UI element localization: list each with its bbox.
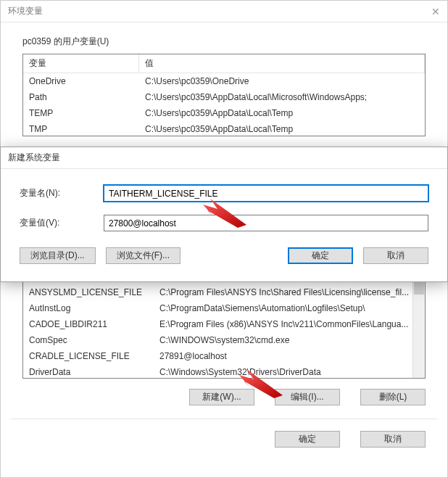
back-titlebar: 环境变量 ✕: [1, 1, 447, 22]
table-header: 变量 值: [23, 54, 425, 73]
table-row[interactable]: ComSpec C:\WINDOWS\system32\cmd.exe: [23, 332, 425, 348]
cancel-button[interactable]: 取消: [363, 247, 428, 264]
table-row[interactable]: TMP C:\Users\pc0359\AppData\Local\Temp: [23, 121, 425, 136]
var-name: ANSYSLMD_LICENSE_FILE: [23, 286, 154, 299]
cancel-button[interactable]: 取消: [360, 431, 426, 448]
var-value: C:\Users\pc0359\AppData\Local\Microsoft\…: [139, 91, 425, 104]
new-sysvar-dialog: 新建系统变量 变量名(N): 变量值(V): 浏览目录(D)... 浏览文件(F…: [0, 147, 448, 282]
variable-value-input[interactable]: [104, 215, 428, 231]
table-row[interactable]: TEMP C:\Users\pc0359\AppData\Local\Temp: [23, 105, 425, 121]
var-name: OneDrive: [23, 75, 139, 88]
table-row[interactable]: DriverData C:\Windows\System32\Drivers\D…: [23, 364, 425, 379]
front-window-title: 新建系统变量: [8, 152, 440, 164]
var-value: 27891@localhost: [154, 350, 425, 363]
user-vars-label: pc0359 的用户变量(U): [22, 36, 426, 48]
front-titlebar: 新建系统变量: [1, 147, 447, 169]
system-vars-section: ANSYSLIC_DIR C:\Program Files\ANSYS Inc\…: [1, 268, 447, 379]
table-row[interactable]: OneDrive C:\Users\pc0359\OneDrive: [23, 73, 425, 89]
var-value: C:\Users\pc0359\OneDrive: [139, 75, 425, 88]
var-value: E:\Program Files (x86)\ANSYS Inc\v211\Co…: [154, 318, 425, 331]
name-label: 变量名(N):: [20, 187, 104, 199]
col-variable[interactable]: 变量: [23, 54, 139, 73]
back-window-title: 环境变量: [8, 5, 431, 17]
var-value: C:\Program Files\ANSYS Inc\Shared Files\…: [154, 286, 425, 299]
value-label: 变量值(V):: [20, 217, 104, 229]
var-name: AutInstLog: [23, 302, 154, 315]
var-name: DriverData: [23, 366, 154, 379]
system-vars-buttons: 新建(W)... 编辑(I)... 删除(L): [1, 379, 447, 410]
ok-button[interactable]: 确定: [288, 247, 353, 264]
system-vars-table[interactable]: ANSYSLIC_DIR C:\Program Files\ANSYS Inc\…: [22, 268, 426, 379]
table-row[interactable]: CADOE_LIBDIR211 E:\Program Files (x86)\A…: [23, 316, 425, 332]
ok-button[interactable]: 确定: [275, 431, 340, 448]
delete-button[interactable]: 删除(L): [360, 389, 426, 405]
dialog-buttons: 确定 取消: [1, 419, 447, 448]
scrollbar[interactable]: [412, 268, 425, 378]
var-value: C:\Users\pc0359\AppData\Local\Temp: [139, 123, 425, 136]
user-vars-table[interactable]: 变量 值 OneDrive C:\Users\pc0359\OneDrive P…: [22, 54, 426, 136]
var-name: Path: [23, 91, 139, 104]
table-row[interactable]: CRADLE_LICENSE_FILE 27891@localhost: [23, 348, 425, 364]
var-value: C:\WINDOWS\system32\cmd.exe: [154, 334, 425, 347]
browse-file-button[interactable]: 浏览文件(F)...: [106, 247, 181, 264]
new-button[interactable]: 新建(W)...: [189, 389, 254, 405]
var-value: C:\Windows\System32\Drivers\DriverData: [154, 366, 425, 379]
var-value: C:\ProgramData\Siemens\Automation\Logfil…: [154, 302, 425, 315]
table-row[interactable]: ANSYSLMD_LICENSE_FILE C:\Program Files\A…: [23, 284, 425, 300]
table-row[interactable]: AutInstLog C:\ProgramData\Siemens\Automa…: [23, 300, 425, 316]
var-name: ComSpec: [23, 334, 154, 347]
var-value: C:\Users\pc0359\AppData\Local\Temp: [139, 107, 425, 120]
user-vars-section: pc0359 的用户变量(U) 变量 值 OneDrive C:\Users\p…: [1, 22, 447, 147]
variable-name-input[interactable]: [104, 185, 428, 202]
var-name: TMP: [23, 123, 139, 136]
close-icon[interactable]: ✕: [431, 6, 440, 17]
var-name: CRADLE_LICENSE_FILE: [23, 350, 154, 363]
front-buttons-row: 浏览目录(D)... 浏览文件(F)... 确定 取消: [20, 244, 428, 274]
var-name: TEMP: [23, 107, 139, 120]
browse-dir-button[interactable]: 浏览目录(D)...: [20, 247, 96, 264]
table-row[interactable]: Path C:\Users\pc0359\AppData\Local\Micro…: [23, 89, 425, 105]
name-row: 变量名(N):: [20, 185, 428, 202]
edit-button[interactable]: 编辑(I)...: [275, 389, 340, 405]
value-row: 变量值(V):: [20, 215, 428, 231]
col-value[interactable]: 值: [139, 54, 425, 73]
var-name: CADOE_LIBDIR211: [23, 318, 154, 331]
